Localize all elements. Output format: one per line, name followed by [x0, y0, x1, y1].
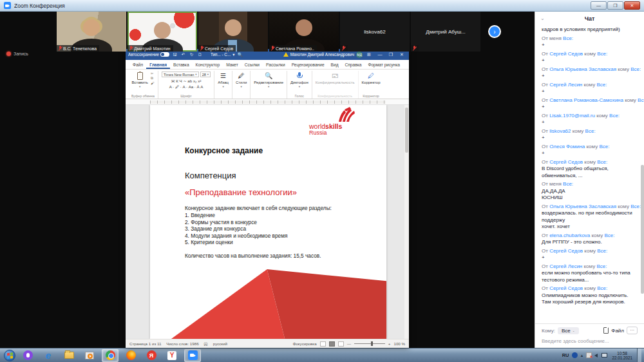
word-scrollbar[interactable]	[404, 105, 409, 339]
yandex-alice-icon[interactable]	[23, 350, 33, 360]
media-player-icon[interactable]	[85, 352, 94, 359]
dictate-button[interactable]: Диктофон▾	[290, 71, 308, 88]
window-close-button[interactable]: ✕	[624, 1, 640, 10]
font-name-select[interactable]: Times New Roman▾	[162, 71, 199, 77]
firefox-icon[interactable]	[126, 350, 136, 360]
page-indicator[interactable]: Страница 1 из 11	[129, 341, 161, 346]
font-size-select[interactable]: 28▾	[200, 71, 211, 77]
read-mode-icon[interactable]	[320, 341, 326, 347]
document-title[interactable]: Тип... - С... ▾	[211, 52, 234, 57]
redo-icon[interactable]: ↻	[189, 52, 194, 57]
ribbon-tab[interactable]: Файл	[129, 61, 146, 69]
ribbon: Вставить▾ ✂ ⧉ 🖌 Буфер обмена Times New R	[126, 70, 409, 99]
ribbon-tab[interactable]: Рецензирование	[289, 61, 328, 69]
ribbon-tab[interactable]: Вставка	[170, 61, 193, 69]
ribbon-tab[interactable]: Рассылки	[263, 61, 289, 69]
action-center-icon[interactable]	[586, 352, 592, 358]
clock[interactable]: 10:58 22.01.2021	[612, 351, 632, 360]
chat-scrollbar[interactable]	[641, 165, 644, 294]
autosave-toggle[interactable]: Автосохранение	[128, 52, 169, 57]
editor-pen-icon: 🖊	[367, 71, 375, 80]
paste-button[interactable]: Вставить▾	[132, 71, 148, 88]
zoom-window-titlebar: Zoom Конференция — ❐ ✕	[0, 0, 644, 12]
volume-icon[interactable]	[594, 354, 598, 357]
format-painter-icon[interactable]: 🖌	[151, 81, 155, 85]
web-layout-icon[interactable]	[338, 341, 344, 347]
word-minimize-button[interactable]: —	[375, 52, 384, 57]
more-options-button[interactable]: ⋯	[627, 327, 638, 334]
start-button[interactable]	[4, 350, 15, 361]
font-style-buttons[interactable]: Ж К Ч ∼ ab x₂ x²	[171, 79, 201, 83]
proofing-icon[interactable]: 🕮	[204, 341, 208, 346]
participant-tile[interactable]: liskova62 liskova62	[340, 12, 410, 52]
zoom-slider[interactable]	[354, 343, 385, 344]
participant-name-tag: В.С. Тенетилова	[57, 45, 99, 52]
ribbon-tab[interactable]: Вид	[328, 61, 342, 69]
warning-icon[interactable]	[283, 52, 289, 57]
keyboard-layout-icon[interactable]	[572, 352, 578, 358]
attach-file-button[interactable]: Файл	[611, 328, 624, 334]
language-indicator[interactable]: русский	[213, 341, 227, 346]
focus-mode[interactable]: Фокусировка	[293, 341, 317, 346]
editing-button[interactable]: 🔍 Редактирование▾	[254, 71, 283, 88]
mic-muted-icon	[270, 46, 274, 51]
zoom-in-button[interactable]: +	[388, 341, 391, 346]
corrector-button[interactable]: 🖊 Корректор	[362, 71, 381, 84]
cut-icon[interactable]: ✂	[151, 71, 155, 75]
avatar[interactable]: МД	[356, 52, 363, 58]
participant-tile[interactable]: Дмитрий Абуш... Дмитрий Абуш...	[411, 12, 480, 52]
word-count[interactable]: Число слов: 1986	[166, 341, 198, 346]
participant-name-tag: Светлана Романо..	[269, 45, 317, 52]
search-icon[interactable]: 🔍	[237, 52, 243, 57]
voice-group: Диктофон▾ Голос	[287, 71, 312, 99]
zoom-taskbar-icon[interactable]	[188, 350, 198, 360]
copy-icon[interactable]: ⧉	[151, 76, 155, 81]
participant-tile[interactable]: В.С. Тенетилова	[57, 12, 126, 52]
send-to-select[interactable]: Все ⌄	[558, 327, 579, 334]
chat-message-header: От Светлана Романова-Самохина кому Все:	[542, 97, 636, 104]
document-page[interactable]: worldskills Russia Конкурсное задание Ко…	[150, 105, 386, 339]
yandex-icon[interactable]: Y	[167, 351, 176, 360]
network-icon[interactable]	[601, 353, 607, 357]
undo-icon[interactable]: ↶	[180, 52, 186, 57]
next-participants-button[interactable]: ›	[488, 25, 501, 38]
ribbon-tab[interactable]: Справка	[342, 61, 365, 69]
tray-expand-icon[interactable]: ▲	[580, 354, 584, 357]
ribbon-tab[interactable]: Формат рисунка	[365, 61, 403, 69]
print-layout-icon[interactable]	[329, 341, 335, 347]
ribbon-tab[interactable]: Ссылки	[242, 61, 263, 69]
participant-tile[interactable]: Дмитрий Махотин	[128, 12, 197, 52]
save-icon[interactable]: 🖫	[172, 52, 178, 57]
doc-hours: Количество часов на выполнение задания: …	[185, 252, 321, 259]
window-minimize-button[interactable]: —	[591, 1, 607, 10]
language-indicator-tray[interactable]: RU	[562, 352, 569, 358]
ribbon-options-icon[interactable]: ⊞	[365, 52, 374, 57]
chat-message-list[interactable]: кадров в условиях предприятий) От меня В…	[535, 25, 644, 323]
yandex-browser-icon[interactable]: Я	[147, 350, 156, 360]
file-explorer-icon[interactable]	[64, 352, 74, 359]
chrome-icon[interactable]	[106, 350, 115, 360]
font-color-buttons[interactable]: А ∙ 🖉 ∙ А ∙ Aa ∙ А́ А	[169, 84, 204, 89]
styles-button[interactable]: 🖉 Стили▾	[236, 71, 247, 88]
ribbon-tab[interactable]: Конструктор	[193, 61, 223, 69]
zoom-app-icon	[4, 2, 11, 9]
chat-message-header: От Сергей Лесин кому Все:	[542, 82, 636, 89]
file-icon	[603, 327, 609, 334]
ribbon-tab[interactable]: Главная	[146, 61, 170, 69]
zoom-out-button[interactable]: —	[347, 341, 351, 346]
paragraph-button[interactable]: ☰ Абзац▾	[218, 71, 229, 88]
word-close-button[interactable]: ✕	[397, 52, 406, 57]
ribbon-tab[interactable]: Макет	[223, 61, 242, 69]
window-maximize-button[interactable]: ❐	[607, 1, 623, 10]
participant-tile[interactable]: Светлана Романо..	[269, 12, 339, 52]
chat-message: кадров в условиях предприятий)	[542, 26, 636, 33]
word-maximize-button[interactable]: ❐	[386, 52, 395, 57]
ribbon-tabs: Файл Главная Вставка Конструктор	[126, 60, 409, 70]
chat-input[interactable]: Введите здесь сообщение...	[542, 338, 638, 344]
confidentiality-button[interactable]: 🖃 Конфиденциальность	[316, 71, 355, 84]
show-desktop-button[interactable]	[637, 348, 641, 362]
zoom-level[interactable]: 100 %	[393, 341, 405, 346]
participant-tile[interactable]: Сергей Седов	[198, 12, 268, 52]
internet-explorer-icon[interactable]: e	[46, 350, 51, 360]
new-doc-icon[interactable]: 🗋	[197, 52, 203, 57]
